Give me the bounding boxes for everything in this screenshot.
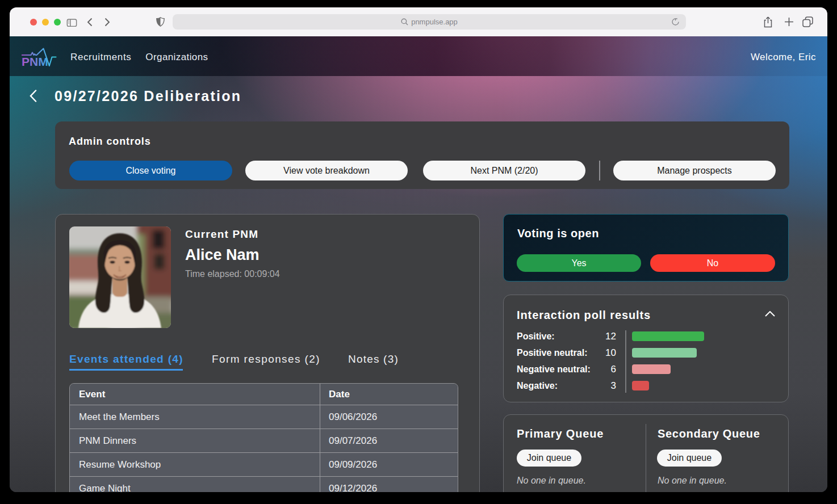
svg-text:PNM: PNM xyxy=(22,55,48,68)
